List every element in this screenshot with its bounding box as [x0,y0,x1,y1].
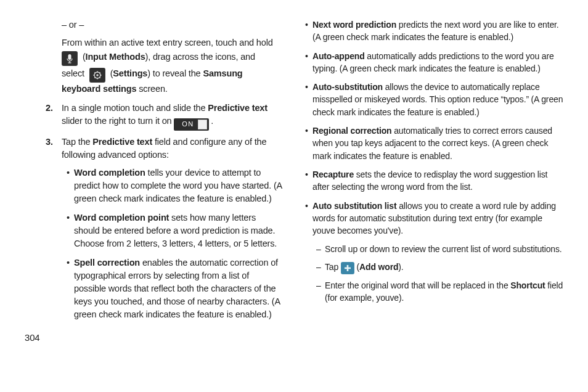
bullet-spell-correction: • Spell correction enables the automatic… [67,256,283,321]
bullet-text: Word completion point sets how many lett… [74,211,283,250]
intro2-tail: , drag across the icons, and [148,52,255,62]
step2-b: slider to the right to turn it on [62,116,174,126]
bullet-dot: • [305,125,312,162]
dash-mark: – [316,261,325,274]
label-predictive-text-1: Predictive text [208,103,267,113]
title-recapture: Recapture [312,169,354,179]
bullet-dot: • [67,166,74,205]
intro-line-2: (Input Methods), drag across the icons, … [62,51,283,66]
d2-tail: . [401,262,404,272]
bullet-text: Spell correction enables the automatic c… [74,256,283,321]
gear-icon [89,68,105,83]
left-column: – or – From within an active text entry … [25,18,283,381]
bullet-regional-correction: • Regional correction automatically trie… [305,125,563,162]
dash-enter-shortcut: – Enter the original word that will be r… [316,279,563,304]
title-auto-append: Auto-append [312,51,365,61]
or-separator: – or – [62,18,283,31]
title-wcp: Word completion point [74,213,169,223]
on-toggle-label: ON [176,120,197,129]
intro-block: From within an active text entry screen,… [62,36,283,96]
svg-rect-0 [68,54,71,60]
bullet-dot: • [305,50,312,75]
word-reveal: to reveal the [150,68,203,78]
step-2-text: In a single motion touch and slide the P… [62,102,283,131]
on-toggle-knob [198,120,207,129]
bullet-dot: • [305,18,312,44]
step2-a: In a single motion touch and slide the [62,103,208,113]
title-regional: Regional correction [312,126,391,136]
step-2: 2. In a single motion touch and slide th… [46,102,283,131]
svg-point-4 [96,74,98,76]
bullet-dot: • [305,81,312,118]
svg-line-12 [94,77,95,78]
step-3: 3. Tap the Predictive text field and con… [46,136,283,161]
columns: – or – From within an active text entry … [25,18,563,381]
bullet-next-word-prediction: • Next word prediction predicts the next… [305,18,563,44]
svg-line-10 [99,77,100,78]
dash-text: Tap (Add word). [325,261,563,274]
svg-line-11 [99,72,100,73]
title-auto-sub: Auto-substitution [312,82,383,92]
svg-line-9 [94,72,95,73]
title-asl: Auto substitution list [312,201,396,211]
dash-tap-add-word: – Tap (Add word). [316,261,563,274]
bullet-word-completion: • Word completion tells your device to a… [67,166,283,205]
title-word-completion: Word completion [74,168,145,178]
bullet-dot: • [305,200,312,237]
title-nwp: Next word prediction [312,20,396,30]
dash-text: Scroll up or down to review the current … [325,243,563,255]
bullet-auto-append: • Auto-append automatically adds predict… [305,50,563,75]
label-shortcut: Shortcut [510,280,545,290]
plus-icon [341,262,354,274]
intro-line-3: select (Settin [62,67,283,96]
mic-icon [62,51,78,66]
intro-line-1: From within an active text entry screen,… [62,36,283,49]
bullet-text: Auto substitution list allows you to cre… [312,200,563,237]
label-settings: Settings [113,68,147,78]
step2-period: . [209,116,214,126]
dash-mark: – [316,279,325,304]
bullet-text: Auto-substitution allows the device to a… [312,81,563,118]
bullet-dot: • [305,168,312,194]
step-3-text: Tap the Predictive text field and config… [62,136,283,161]
bullet-auto-substitution: • Auto-substitution allows the device to… [305,81,563,118]
word-tap: Tap [325,262,341,272]
d3-a: Enter the original word that will be rep… [325,280,510,290]
dash-text: Enter the original word that will be rep… [325,279,563,304]
step-2-number: 2. [46,102,62,131]
bullet-auto-substitution-list: • Auto substitution list allows you to c… [305,200,563,237]
bullet-text: Regional correction automatically tries … [312,125,563,162]
page-number: 304 [25,327,283,345]
bullet-word-completion-point: • Word completion point sets how many le… [67,211,283,250]
word-select: select [62,68,84,78]
bullet-text: Next word prediction predicts the next w… [312,18,563,44]
manual-page: – or – From within an active text entry … [0,0,588,392]
bullet-dot: • [67,211,74,250]
step-3-number: 3. [46,136,62,161]
bullet-text: Word completion tells your device to att… [74,166,283,205]
bullet-text: Recapture sets the device to redisplay t… [312,168,563,194]
right-column: • Next word prediction predicts the next… [305,18,563,381]
title-spell: Spell correction [74,258,140,267]
on-toggle-icon: ON [174,118,208,131]
dash-scroll-review: – Scroll up or down to review the curren… [316,243,563,255]
step3-a: Tap the [62,137,92,147]
bullet-recapture: • Recapture sets the device to redisplay… [305,168,563,194]
bullet-dot: • [67,256,74,321]
label-input-methods: Input Methods [86,52,145,62]
bullet-text: Auto-append automatically adds predictio… [312,50,563,75]
label-add-word: Add word [359,262,398,272]
label-predictive-text-2: Predictive text [92,137,152,147]
dash-mark: – [316,243,325,255]
word-screen: screen. [136,84,167,94]
